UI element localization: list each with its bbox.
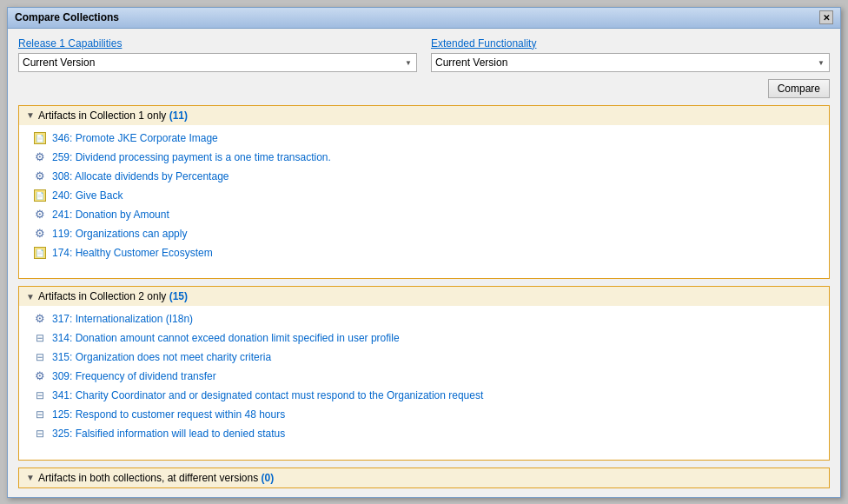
list-item: 📄 240: Give Back <box>33 186 822 205</box>
dialog-close-button[interactable]: ✕ <box>819 10 833 24</box>
constraint-icon: ⊟ <box>36 426 44 441</box>
section2-triangle-icon: ▼ <box>26 292 35 302</box>
compare-row: Compare <box>18 79 830 98</box>
right-select-wrapper: Current Version <box>431 53 830 72</box>
left-selector-label[interactable]: Release 1 Capabilities <box>18 37 417 50</box>
section2-content: ⚙ 317: Internationalization (I18n) ⊟ 314… <box>19 306 829 460</box>
dialog-title: Compare Collections <box>15 11 119 23</box>
list-item: ⚙ 241: Donation by Amount <box>33 205 822 224</box>
list-item: ⚙ 259: Dividend processing payment is a … <box>33 148 822 167</box>
right-version-select[interactable]: Current Version <box>431 53 830 72</box>
top-selectors: Release 1 Capabilities Current Version E… <box>18 37 830 72</box>
left-select-wrapper: Current Version <box>18 53 417 72</box>
section2-count: (15) <box>169 290 188 302</box>
list-item: ⚙ 308: Allocate dividends by Percentage <box>33 167 822 186</box>
constraint-icon: ⊟ <box>36 349 44 365</box>
section3-triangle-icon: ▼ <box>26 473 35 482</box>
section1-content: 📄 346: Promote JKE Corporate Image ⚙ 259… <box>19 125 829 279</box>
item-link[interactable]: 241: Donation by Amount <box>52 207 169 222</box>
doc-icon: 📄 <box>34 132 46 144</box>
section1-triangle-icon: ▼ <box>26 110 35 120</box>
section2-header[interactable]: ▼ Artifacts in Collection 2 only (15) <box>19 287 829 306</box>
list-item: ⚙ 309: Frequency of dividend transfer <box>33 367 822 386</box>
doc-icon: 📄 <box>34 247 46 259</box>
compare-collections-dialog: Compare Collections ✕ Release 1 Capabili… <box>7 7 841 498</box>
section2-header-text: Artifacts in Collection 2 only (15) <box>38 290 188 302</box>
compare-button[interactable]: Compare <box>768 79 830 98</box>
list-item: ⊟ 125: Respond to customer request withi… <box>33 405 822 424</box>
item-link[interactable]: 314: Donation amount cannot exceed donat… <box>52 330 400 346</box>
dialog-body: Release 1 Capabilities Current Version E… <box>8 29 840 497</box>
section-both-collections: ▼ Artifacts in both collections, at diff… <box>18 468 830 488</box>
section-collection1-only: ▼ Artifacts in Collection 1 only (11) 📄 … <box>18 105 830 280</box>
dialog-titlebar: Compare Collections ✕ <box>8 8 840 29</box>
gear-icon: ⚙ <box>35 225 45 242</box>
section3-header[interactable]: ▼ Artifacts in both collections, at diff… <box>19 468 829 487</box>
list-item: ⊟ 315: Organization does not meet charit… <box>33 348 822 367</box>
list-item: ⊟ 325: Falsified information will lead t… <box>33 424 822 443</box>
section3-header-text: Artifacts in both collections, at differ… <box>38 472 274 484</box>
gear-icon: ⚙ <box>35 149 45 166</box>
item-link[interactable]: 346: Promote JKE Corporate Image <box>52 130 218 146</box>
item-link[interactable]: 325: Falsified information will lead to … <box>52 426 285 441</box>
item-link[interactable]: 119: Organizations can apply <box>52 226 187 242</box>
item-link[interactable]: 174: Healthy Customer Ecosystem <box>52 245 213 261</box>
list-item: 📄 346: Promote JKE Corporate Image <box>33 129 822 148</box>
list-item: 📄 174: Healthy Customer Ecosystem <box>33 243 822 262</box>
constraint-icon: ⊟ <box>36 388 44 403</box>
sections-container: ▼ Artifacts in Collection 1 only (11) 📄 … <box>18 105 830 488</box>
left-selector-group: Release 1 Capabilities Current Version <box>18 37 417 72</box>
gear-icon: ⚙ <box>35 168 45 185</box>
list-item: ⊟ 341: Charity Coordinator and or design… <box>33 386 822 405</box>
constraint-icon: ⊟ <box>36 407 44 422</box>
doc-icon: 📄 <box>34 189 46 202</box>
right-selector-label[interactable]: Extended Functionality <box>431 37 830 50</box>
constraint-icon: ⊟ <box>36 330 44 346</box>
item-link[interactable]: 125: Respond to customer request within … <box>52 407 285 422</box>
list-item: ⚙ 119: Organizations can apply <box>33 224 822 243</box>
item-link[interactable]: 259: Dividend processing payment is a on… <box>52 149 331 165</box>
list-item: ⚙ 317: Internationalization (I18n) <box>33 309 822 328</box>
item-link[interactable]: 309: Frequency of dividend transfer <box>52 368 216 384</box>
section3-count: (0) <box>262 472 275 484</box>
item-link[interactable]: 315: Organization does not meet charity … <box>52 349 271 365</box>
gear-icon: ⚙ <box>35 310 45 328</box>
section1-header-text: Artifacts in Collection 1 only (11) <box>38 109 188 122</box>
item-link[interactable]: 317: Internationalization (I18n) <box>52 311 193 327</box>
section1-header[interactable]: ▼ Artifacts in Collection 1 only (11) <box>19 106 829 125</box>
item-link[interactable]: 240: Give Back <box>52 188 123 203</box>
right-selector-group: Extended Functionality Current Version <box>431 37 830 72</box>
section1-count: (11) <box>169 109 188 122</box>
close-icon: ✕ <box>823 13 830 23</box>
item-link[interactable]: 308: Allocate dividends by Percentage <box>52 169 229 184</box>
gear-icon: ⚙ <box>35 368 45 385</box>
section-collection2-only: ▼ Artifacts in Collection 2 only (15) ⚙ … <box>18 286 830 461</box>
section2-items-list[interactable]: ⚙ 317: Internationalization (I18n) ⊟ 314… <box>19 306 829 460</box>
gear-icon: ⚙ <box>35 206 45 223</box>
left-version-select[interactable]: Current Version <box>18 53 417 72</box>
section1-items-list[interactable]: 📄 346: Promote JKE Corporate Image ⚙ 259… <box>19 125 829 279</box>
item-link[interactable]: 341: Charity Coordinator and or designat… <box>52 388 483 403</box>
list-item: ⊟ 314: Donation amount cannot exceed don… <box>33 328 822 348</box>
